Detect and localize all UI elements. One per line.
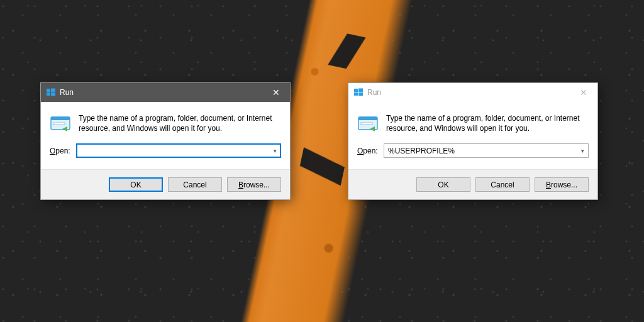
titlebar[interactable]: Run ✕	[348, 83, 597, 102]
close-button[interactable]: ✕	[262, 83, 290, 102]
dialog-footer: OK Cancel Browse...	[41, 169, 290, 199]
dialog-description: Type the name of a program, folder, docu…	[386, 113, 589, 135]
dialog-title: Run	[60, 88, 74, 97]
run-dialog-icon	[50, 113, 71, 135]
svg-rect-2	[47, 92, 50, 96]
svg-rect-13	[358, 117, 377, 120]
dialog-title: Run	[367, 88, 381, 97]
dialog-footer: OK Cancel Browse...	[348, 169, 597, 199]
svg-rect-1	[51, 89, 55, 92]
windows-logo-icon	[353, 87, 364, 97]
chevron-down-icon[interactable]: ▾	[269, 148, 280, 154]
svg-rect-8	[354, 89, 358, 92]
open-input[interactable]	[77, 147, 269, 155]
open-input[interactable]	[384, 147, 577, 155]
svg-rect-6	[53, 123, 65, 125]
open-label: Open:	[50, 147, 76, 155]
open-combobox[interactable]: ▾	[384, 143, 589, 158]
windows-logo-icon	[46, 87, 56, 97]
open-row: Open: ▾	[41, 141, 290, 169]
browse-button[interactable]: Browse...	[227, 177, 281, 192]
open-row: Open: ▾	[348, 141, 597, 169]
run-dialog-icon	[357, 113, 379, 135]
ok-button[interactable]: OK	[109, 177, 163, 192]
dialog-body: Type the name of a program, folder, docu…	[41, 102, 290, 141]
svg-rect-0	[47, 89, 50, 92]
cancel-button[interactable]: Cancel	[475, 177, 530, 192]
svg-rect-11	[358, 92, 363, 96]
titlebar[interactable]: Run ✕	[41, 83, 290, 102]
chevron-down-icon[interactable]: ▾	[577, 148, 588, 154]
run-dialog-active: Run ✕ Type the name of a program, folder…	[40, 82, 291, 200]
svg-rect-3	[51, 92, 55, 96]
open-combobox[interactable]: ▾	[76, 143, 281, 158]
open-label: Open:	[357, 147, 384, 155]
svg-rect-9	[358, 89, 363, 92]
close-icon: ✕	[272, 87, 280, 97]
browse-button[interactable]: Browse...	[535, 177, 589, 192]
cancel-button[interactable]: Cancel	[168, 177, 222, 192]
run-dialog-inactive: Run ✕ Type the name of a program, folder…	[348, 82, 598, 200]
close-button[interactable]: ✕	[569, 83, 597, 102]
ok-button[interactable]: OK	[416, 177, 470, 192]
svg-rect-5	[51, 117, 70, 120]
svg-rect-10	[354, 92, 358, 96]
dialog-description: Type the name of a program, folder, docu…	[79, 113, 281, 135]
close-icon: ✕	[580, 87, 587, 97]
dialog-body: Type the name of a program, folder, docu…	[348, 102, 597, 141]
svg-rect-14	[361, 123, 372, 125]
